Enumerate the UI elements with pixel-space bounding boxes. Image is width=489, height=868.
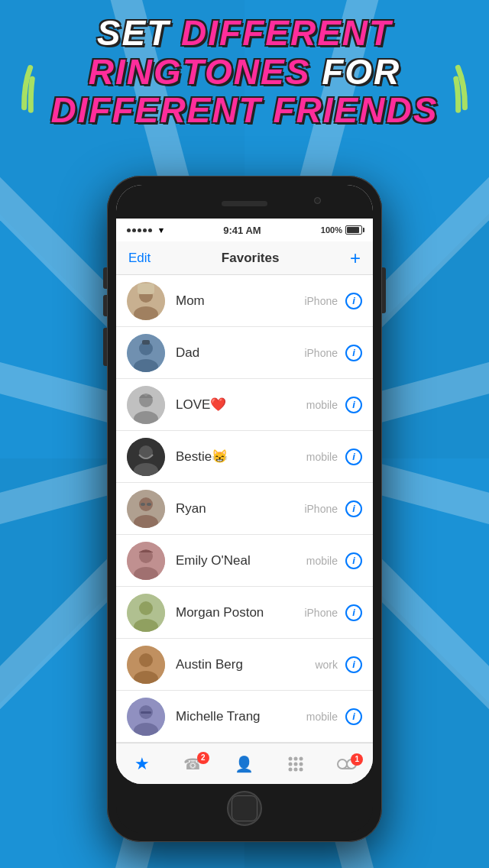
contact-name-austin: Austin Berg [176, 657, 315, 672]
contact-row-love[interactable]: LOVE❤️ mobile i [116, 379, 373, 431]
tab-contacts[interactable]: 👤 [225, 755, 264, 773]
avatar-ryan [127, 490, 165, 528]
svg-point-38 [141, 503, 145, 506]
phone-frame: ▾ 9:41 AM 100% Edit Favorites + [107, 176, 382, 842]
info-button-emily[interactable]: i [345, 552, 362, 569]
speaker-grill [222, 201, 267, 206]
contact-row-michelle[interactable]: Michelle Trang mobile i [116, 691, 373, 743]
svg-rect-52 [141, 711, 151, 714]
add-favorite-button[interactable]: + [350, 249, 361, 267]
contact-row-morgan[interactable]: Morgan Poston iPhone i [116, 587, 373, 639]
battery-percent: 100% [321, 225, 342, 235]
contact-type-bestie: mobile [306, 451, 338, 463]
home-button-inner [232, 795, 257, 821]
tab-bar: ★ ☎ 2 👤 [116, 743, 373, 784]
contact-type-ryan: iPhone [304, 503, 338, 515]
status-time: 9:41 AM [223, 225, 261, 236]
avatar-mom [127, 282, 165, 320]
contact-row-mom[interactable]: Mom iPhone i [116, 275, 373, 327]
svg-point-53 [289, 756, 293, 760]
contact-name-bestie: Bestie😸 [176, 449, 306, 465]
edit-button[interactable]: Edit [128, 251, 151, 266]
contact-type-emily: mobile [306, 555, 338, 567]
svg-point-39 [147, 503, 151, 506]
svg-rect-28 [142, 340, 150, 345]
battery-area: 100% [321, 225, 362, 235]
tab-recents[interactable]: ☎ 2 [174, 755, 212, 773]
avatar-michelle [127, 698, 165, 736]
avatar-morgan [127, 594, 165, 632]
header-line3: DIFFERENT FRIENDS [11, 91, 478, 130]
header-for: FOR [322, 52, 400, 92]
svg-point-47 [139, 653, 153, 667]
phone-bottom [116, 784, 373, 833]
contact-type-morgan: iPhone [304, 607, 338, 619]
wifi-status-icon: ▾ [159, 225, 164, 235]
signal-dot [138, 228, 141, 232]
contact-type-mom: iPhone [304, 295, 338, 307]
nav-title: Favorites [222, 251, 280, 266]
signal-dot [127, 228, 131, 232]
info-button-love[interactable]: i [345, 397, 362, 413]
signal-dot [143, 228, 147, 232]
star-icon: ★ [134, 754, 150, 774]
svg-rect-24 [138, 283, 154, 294]
tab-voicemail[interactable]: 1 [328, 756, 366, 772]
signal-area: ▾ [127, 225, 164, 235]
header-line1: SET DIFFERENT [11, 14, 478, 53]
svg-point-62 [338, 760, 347, 769]
svg-point-44 [139, 601, 153, 615]
info-button-michelle[interactable]: i [345, 708, 362, 725]
contact-type-love: mobile [306, 399, 338, 411]
svg-point-57 [294, 762, 298, 766]
svg-point-56 [289, 762, 293, 766]
nav-bar: Edit Favorites + [116, 241, 373, 275]
svg-point-61 [300, 767, 303, 771]
contact-row-austin[interactable]: Austin Berg work i [116, 639, 373, 691]
tab-favorites[interactable]: ★ [123, 754, 161, 774]
home-button[interactable] [227, 791, 262, 826]
signal-dot [148, 228, 152, 232]
contact-name-morgan: Morgan Poston [176, 605, 304, 620]
info-button-austin[interactable]: i [345, 656, 362, 673]
svg-point-58 [300, 762, 303, 766]
svg-point-60 [294, 767, 298, 771]
contact-name-michelle: Michelle Trang [176, 709, 306, 724]
voicemail-badge: 1 [351, 753, 363, 766]
svg-point-54 [294, 756, 298, 760]
header-line1-highlight: DIFFERENT [181, 13, 392, 53]
avatar-emily [127, 542, 165, 580]
tab-keypad[interactable] [277, 756, 315, 772]
avatar-bestie [127, 438, 165, 476]
svg-point-59 [289, 767, 293, 771]
header-banner: SET DIFFERENT RINGTONES FOR DIFFERENT FR… [0, 14, 489, 130]
volume-buttons [103, 245, 107, 372]
status-bar: ▾ 9:41 AM 100% [116, 219, 373, 241]
info-button-bestie[interactable]: i [345, 449, 362, 465]
header-line2: RINGTONES FOR [11, 53, 478, 92]
phone-mockup: ▾ 9:41 AM 100% Edit Favorites + [107, 176, 382, 842]
phone-top-hardware [116, 185, 373, 219]
battery-icon [345, 225, 362, 235]
contact-row-dad[interactable]: Dad iPhone i [116, 327, 373, 379]
info-button-mom[interactable]: i [345, 293, 362, 309]
info-button-morgan[interactable]: i [345, 604, 362, 621]
contact-row-ryan[interactable]: Ryan iPhone i [116, 483, 373, 535]
contact-name-ryan: Ryan [176, 501, 304, 517]
contact-type-dad: iPhone [304, 347, 338, 359]
recents-badge: 2 [197, 752, 209, 764]
svg-point-55 [300, 756, 303, 760]
info-button-ryan[interactable]: i [345, 500, 362, 517]
contact-name-dad: Dad [176, 345, 304, 361]
keypad-icon [287, 756, 304, 772]
contact-row-bestie[interactable]: Bestie😸 mobile i [116, 431, 373, 483]
contact-type-austin: work [315, 659, 338, 671]
contact-type-michelle: mobile [306, 711, 338, 723]
signal-dot [132, 228, 136, 232]
contact-row-emily[interactable]: Emily O'Neal mobile i [116, 535, 373, 587]
contact-name-love: LOVE❤️ [176, 397, 306, 413]
info-button-dad[interactable]: i [345, 345, 362, 361]
battery-fill [347, 227, 359, 233]
avatar-dad [127, 334, 165, 372]
contact-name-emily: Emily O'Neal [176, 553, 306, 568]
